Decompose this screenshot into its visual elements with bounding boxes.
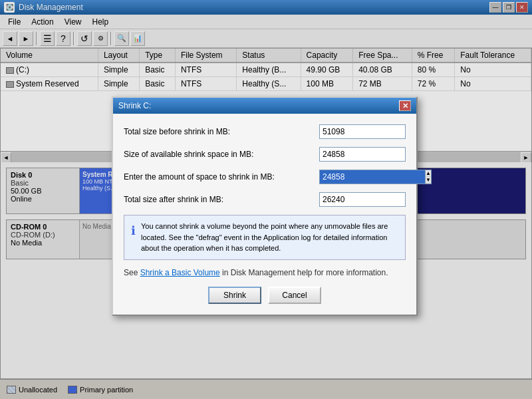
field-2-label: Size of available shrink space in MB: bbox=[124, 150, 319, 159]
info-text: You cannot shrink a volume beyond the po… bbox=[141, 221, 398, 254]
dialog-buttons: Shrink Cancel bbox=[124, 287, 406, 304]
dialog-overlay: Shrink C: ✕ Total size before shrink in … bbox=[0, 0, 532, 399]
spin-up-button[interactable]: ▲ bbox=[426, 170, 431, 177]
link-suffix: in Disk Management help for more informa… bbox=[220, 268, 388, 277]
field-row-2: Size of available shrink space in MB: bbox=[124, 147, 406, 162]
field-4-label: Total size after shrink in MB: bbox=[124, 195, 319, 204]
field-2-input[interactable] bbox=[319, 147, 406, 162]
spin-buttons: ▲ ▼ bbox=[425, 170, 432, 184]
field-row-4: Total size after shrink in MB: bbox=[124, 192, 406, 207]
shrink-amount-input[interactable] bbox=[319, 170, 425, 184]
spin-down-button[interactable]: ▼ bbox=[426, 177, 431, 184]
field-row-1: Total size before shrink in MB: bbox=[124, 124, 406, 139]
dialog-title: Shrink C: bbox=[118, 101, 151, 110]
link-prefix: See bbox=[124, 268, 140, 277]
field-row-3: Enter the amount of space to shrink in M… bbox=[124, 170, 406, 184]
field-3-label: Enter the amount of space to shrink in M… bbox=[124, 172, 319, 182]
shrink-dialog: Shrink C: ✕ Total size before shrink in … bbox=[112, 96, 418, 316]
field-1-label: Total size before shrink in MB: bbox=[124, 127, 319, 136]
field-4-input[interactable] bbox=[319, 192, 406, 207]
field-1-input[interactable] bbox=[319, 124, 406, 139]
info-box: ℹ You cannot shrink a volume beyond the … bbox=[124, 215, 406, 260]
shrink-button[interactable]: Shrink bbox=[208, 287, 261, 304]
link-line: See Shrink a Basic Volume in Disk Manage… bbox=[124, 268, 406, 277]
dialog-title-bar: Shrink C: ✕ bbox=[113, 98, 416, 114]
info-icon: ℹ bbox=[131, 222, 136, 254]
dialog-close-button[interactable]: ✕ bbox=[399, 100, 411, 111]
shrink-amount-spinbox: ▲ ▼ bbox=[319, 170, 406, 184]
dialog-body: Total size before shrink in MB: Size of … bbox=[113, 114, 416, 315]
shrink-help-link[interactable]: Shrink a Basic Volume bbox=[140, 268, 220, 277]
cancel-button[interactable]: Cancel bbox=[268, 287, 321, 304]
